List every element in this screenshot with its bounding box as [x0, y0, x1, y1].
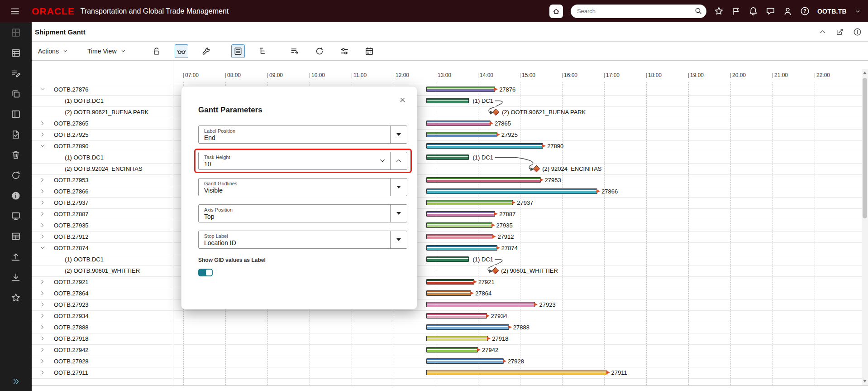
view-glasses-button[interactable] [175, 44, 188, 58]
gantt-bar[interactable] [426, 143, 544, 149]
calendar-button[interactable] [362, 44, 376, 58]
info-filled-icon[interactable] [11, 191, 21, 201]
tree-row[interactable]: OOTB.27935 [32, 220, 173, 231]
user-profile-icon[interactable] [783, 6, 792, 16]
gantt-bar[interactable] [426, 200, 513, 205]
chevron-right-icon[interactable] [40, 313, 45, 319]
gantt-bar[interactable] [426, 302, 535, 307]
sync-icon[interactable] [11, 170, 21, 180]
workbench-icon[interactable] [11, 28, 21, 38]
stop-label-input[interactable]: Stop LabelLocation ID [198, 231, 407, 249]
chevron-right-icon[interactable] [40, 290, 45, 296]
wrench-button[interactable] [200, 44, 213, 58]
tree-row[interactable]: (1) OOTB.DC1 [32, 152, 173, 163]
search-input[interactable] [571, 5, 706, 18]
tree-row[interactable]: OOTB.27921 [32, 276, 173, 288]
tree-row[interactable]: OOTB.27934 [32, 310, 173, 322]
gantt-bar[interactable] [426, 154, 469, 160]
task-height-input[interactable]: Task Height10 [198, 152, 407, 170]
gantt-bar[interactable] [426, 324, 509, 330]
show-gid-toggle[interactable] [198, 269, 213, 276]
stepper-decrement-icon[interactable] [375, 152, 390, 169]
tree-row[interactable]: OOTB.27866 [32, 186, 173, 197]
gantt-bar[interactable] [426, 234, 494, 239]
dropdown-arrow-icon[interactable] [390, 126, 407, 143]
task-list-button[interactable] [231, 44, 245, 58]
tree-row[interactable]: OOTB.27865 [32, 118, 173, 129]
dropdown-arrow-icon[interactable] [390, 179, 407, 196]
collapse-rows-button[interactable] [288, 44, 301, 58]
refresh-button[interactable] [313, 44, 326, 58]
username[interactable]: OOTB.TB [817, 8, 847, 15]
menu-icon[interactable] [10, 6, 20, 16]
unlock-button[interactable] [150, 44, 163, 58]
document-check-icon[interactable] [11, 130, 21, 140]
tree-row[interactable]: OOTB.27923 [32, 299, 173, 310]
tree-row[interactable]: OOTB.27925 [32, 129, 173, 140]
tree-row[interactable]: OOTB.27942 [32, 344, 173, 356]
search-icon[interactable] [694, 7, 702, 15]
gantt-bar[interactable] [426, 358, 504, 364]
gantt-bar[interactable] [426, 121, 491, 126]
milestone-diamond[interactable] [491, 267, 499, 275]
chevron-right-icon[interactable] [40, 336, 45, 341]
hierarchy-button[interactable] [256, 44, 270, 58]
chevron-right-icon[interactable] [40, 358, 45, 364]
tree-row[interactable]: (2) OOTB.92024_ENCINITAS [32, 163, 173, 174]
tree-row[interactable]: OOTB.27874 [32, 242, 173, 254]
chevron-right-icon[interactable] [40, 188, 45, 194]
home-icon[interactable] [549, 5, 563, 18]
user-menu-caret-icon[interactable] [854, 8, 861, 14]
monitor-icon[interactable] [11, 211, 21, 221]
tree-row[interactable]: OOTB.27888 [32, 322, 173, 333]
settings-sliders-button[interactable] [338, 44, 351, 58]
download-icon[interactable] [11, 272, 21, 282]
chevron-right-icon[interactable] [40, 177, 45, 183]
dropdown-arrow-icon[interactable] [390, 205, 407, 222]
milestone-diamond[interactable] [492, 109, 500, 116]
gantt-bar[interactable] [426, 87, 496, 92]
data-table-icon[interactable] [11, 48, 21, 58]
dropdown-arrow-icon[interactable] [390, 231, 407, 248]
tree-row[interactable]: (1) OOTB.DC1 [32, 95, 173, 106]
page-info-icon[interactable] [853, 28, 862, 36]
chevron-right-icon[interactable] [40, 234, 45, 239]
tree-row[interactable]: OOTB.27912 [32, 231, 173, 242]
finance-icon[interactable] [11, 232, 21, 241]
tree-row[interactable]: OOTB.27890 [32, 140, 173, 152]
gantt-bar[interactable] [426, 132, 497, 137]
chevron-right-icon[interactable] [40, 211, 45, 217]
upload-icon[interactable] [11, 252, 21, 262]
chevron-right-icon[interactable] [40, 324, 45, 330]
time-view-menu[interactable]: Time View [87, 48, 126, 55]
notifications-bell-icon[interactable] [749, 6, 758, 16]
help-icon[interactable]: ? [800, 6, 810, 16]
scroll-down-icon[interactable] [863, 380, 867, 382]
chevron-down-icon[interactable] [40, 87, 45, 92]
chevron-right-icon[interactable] [40, 302, 45, 307]
tree-row[interactable]: (2) OOTB.90621_BUENA PARK [32, 106, 173, 118]
flag-icon[interactable] [731, 6, 741, 16]
chevron-right-icon[interactable] [40, 370, 45, 375]
actions-menu[interactable]: Actions [38, 48, 68, 55]
tree-row[interactable]: (1) OOTB.DC1 [32, 254, 173, 265]
scroll-up-icon[interactable] [863, 72, 867, 74]
gantt-bar[interactable] [426, 336, 488, 341]
tree-row[interactable]: OOTB.27953 [32, 174, 173, 186]
gantt-bar[interactable] [426, 347, 478, 352]
trash-icon[interactable] [11, 150, 21, 160]
gantt-bar[interactable] [426, 279, 474, 285]
tree-row[interactable]: OOTB.27876 [32, 84, 173, 95]
tree-row[interactable]: OOTB.27918 [32, 333, 173, 344]
gantt-bar[interactable] [426, 188, 598, 194]
chevron-right-icon[interactable] [40, 200, 45, 205]
scrollbar-thumb[interactable] [863, 78, 867, 218]
chevron-right-icon[interactable] [40, 347, 45, 352]
tree-row[interactable]: OOTB.27887 [32, 208, 173, 220]
close-icon[interactable] [399, 97, 406, 103]
gantt-bar[interactable] [426, 370, 607, 375]
label-position-input[interactable]: Label PositionEnd [198, 126, 407, 144]
edit-page-icon[interactable] [835, 28, 844, 36]
gantt-gridlines-input[interactable]: Gantt GridlinesVisible [198, 178, 407, 196]
tree-row[interactable]: OOTB.27911 [32, 367, 173, 378]
